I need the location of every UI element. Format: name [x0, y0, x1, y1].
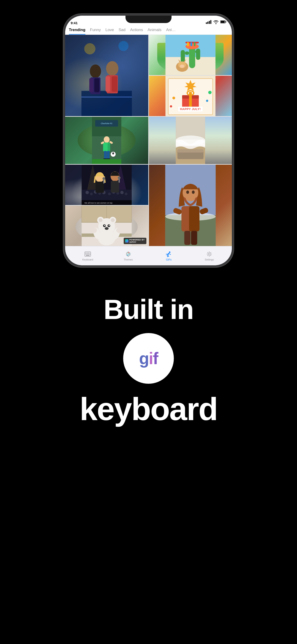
gif-cell-8[interactable]: POWERED BY GIPHY [65, 206, 148, 246]
svg-rect-88 [96, 182, 104, 193]
phone-shell: 9:41 [63, 14, 234, 267]
svg-rect-136 [86, 254, 87, 254]
svg-point-151 [208, 253, 210, 255]
keyboard-icon [84, 251, 91, 257]
svg-rect-6 [220, 21, 225, 23]
gif-cell-7[interactable] [149, 165, 232, 246]
gif-cell-4[interactable]: HAPPY JULY! [149, 76, 232, 116]
svg-rect-131 [86, 253, 86, 253]
svg-rect-64 [92, 159, 121, 164]
giphy-brand-text: GIPHY [130, 241, 145, 243]
svg-rect-59 [107, 151, 110, 159]
tab-bar-settings[interactable]: Settings [189, 251, 230, 261]
svg-rect-25 [195, 50, 199, 53]
svg-marker-145 [128, 253, 130, 255]
gif-3-art: Charlotte FC [65, 117, 148, 164]
gif-logo-i: i [149, 349, 153, 368]
svg-point-82 [108, 192, 111, 195]
promo-section: Built in gif keyboard [0, 276, 297, 453]
tab-bar-themes-label: Themes [124, 258, 133, 261]
giphy-badge-icon [125, 239, 128, 242]
tab-bar-gifs[interactable]: GIFs [148, 251, 189, 261]
svg-point-85 [120, 191, 124, 194]
svg-point-16 [84, 43, 96, 54]
svg-text:We all love to see women on to: We all love to see women on top [84, 202, 112, 204]
category-tabs: Trending Funny Love Sad Actions Animals … [65, 26, 232, 35]
svg-point-45 [206, 100, 208, 102]
svg-rect-134 [90, 253, 90, 253]
svg-point-94 [118, 176, 121, 179]
gif-6-art: We all love to see women on top [65, 165, 148, 205]
tab-bar-settings-label: Settings [205, 258, 214, 261]
tab-trending[interactable]: Trending [69, 28, 86, 34]
svg-rect-1 [208, 22, 208, 24]
svg-rect-132 [87, 253, 88, 253]
svg-rect-105 [189, 206, 200, 232]
svg-rect-135 [86, 254, 86, 254]
tab-bar-keyboard[interactable]: Keyboard [68, 251, 108, 261]
svg-rect-109 [191, 231, 197, 245]
gif-2-art [149, 35, 232, 75]
svg-rect-3 [210, 20, 211, 24]
battery-icon [220, 19, 226, 25]
svg-point-78 [90, 192, 93, 195]
svg-rect-14 [106, 76, 110, 92]
tab-bar-gifs-label: GIFs [166, 258, 172, 261]
tab-love[interactable]: Love [106, 28, 114, 34]
tab-bar-keyboard-label: Keyboard [82, 258, 93, 261]
gif-logo-circle: gif [123, 333, 174, 384]
tab-animals[interactable]: Animals [148, 28, 162, 34]
svg-point-128 [92, 227, 97, 233]
svg-rect-72 [177, 149, 203, 152]
tab-sad[interactable]: Sad [118, 28, 126, 34]
svg-rect-58 [104, 151, 106, 159]
svg-point-148 [169, 252, 170, 253]
gif-cell-6[interactable]: We all love to see women on top [65, 165, 148, 205]
svg-rect-140 [86, 255, 90, 256]
svg-rect-133 [88, 253, 89, 253]
svg-point-124 [109, 225, 110, 226]
phone-screen: 9:41 [65, 16, 232, 265]
tab-anime[interactable]: Ani… [166, 28, 176, 34]
svg-rect-31 [194, 42, 195, 46]
svg-point-119 [98, 218, 102, 222]
status-bar: 9:41 [65, 16, 232, 26]
gif-logo-f: f [153, 349, 158, 368]
svg-point-86 [125, 192, 128, 195]
gif-cell-2[interactable] [149, 35, 232, 75]
status-icons [206, 19, 226, 25]
svg-point-125 [105, 227, 109, 230]
svg-rect-15 [112, 76, 117, 92]
happy-july-text: HAPPY JULY! [178, 107, 202, 112]
svg-point-129 [116, 227, 122, 233]
svg-point-52 [104, 136, 110, 143]
svg-rect-108 [184, 231, 190, 245]
gif-cell-3[interactable]: Charlotte FC [65, 117, 148, 164]
svg-point-44 [172, 97, 175, 100]
gif-cell-1[interactable] [65, 35, 148, 116]
tab-funny[interactable]: Funny [90, 28, 101, 34]
gif-7-art [149, 165, 232, 246]
svg-rect-18 [82, 96, 132, 98]
svg-rect-104 [182, 206, 190, 232]
signal-icon [206, 19, 212, 25]
svg-point-101 [186, 190, 189, 194]
tab-bar: Keyboard [65, 246, 232, 265]
giphy-badge-label: POWERED BY GIPHY [130, 238, 145, 243]
svg-point-8 [90, 64, 101, 78]
svg-rect-7 [82, 91, 132, 116]
themes-icon [125, 251, 132, 257]
svg-rect-23 [185, 51, 189, 54]
svg-point-47 [170, 105, 172, 108]
svg-rect-29 [187, 42, 188, 46]
svg-point-17 [118, 41, 128, 51]
gif-logo-g: g [139, 349, 149, 368]
gif-grid: HAPPY JULY! Charlotte FC [65, 35, 232, 246]
tab-actions[interactable]: Actions [130, 28, 143, 34]
tab-bar-themes[interactable]: Themes [108, 251, 148, 261]
svg-rect-30 [190, 42, 192, 46]
svg-point-102 [192, 190, 194, 194]
gif-cell-5[interactable] [149, 117, 232, 164]
gif-logo-text: gif [139, 349, 158, 368]
svg-point-120 [111, 218, 115, 222]
